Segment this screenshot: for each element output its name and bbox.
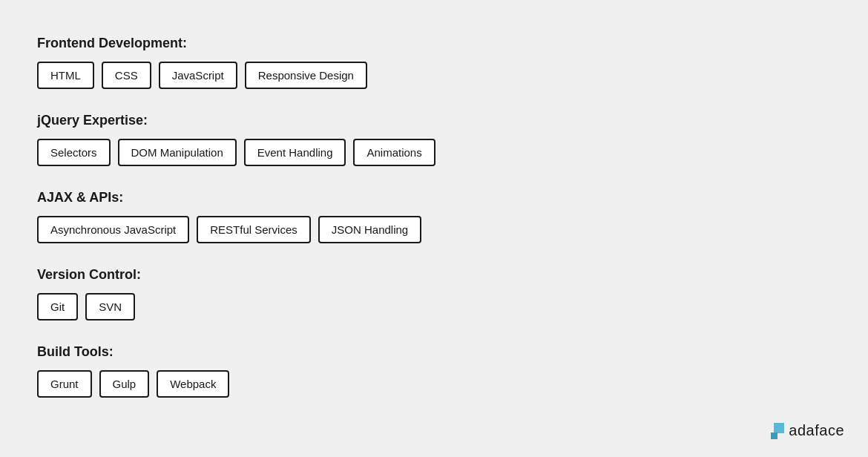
section-title-frontend-development: Frontend Development: xyxy=(37,36,831,51)
main-content: Frontend Development:HTMLCSSJavaScriptRe… xyxy=(0,0,868,457)
section-title-ajax-apis: AJAX & APIs: xyxy=(37,190,831,206)
adaface-logo-text: adaface xyxy=(789,422,844,439)
tag-build-tools-1: Gulp xyxy=(99,370,150,398)
adaface-logo-icon xyxy=(771,423,784,439)
section-title-build-tools: Build Tools: xyxy=(37,344,831,360)
tag-ajax-apis-1: RESTful Services xyxy=(197,216,311,243)
section-frontend-development: Frontend Development:HTMLCSSJavaScriptRe… xyxy=(37,36,831,89)
tag-ajax-apis-2: JSON Handling xyxy=(318,216,421,243)
tag-version-control-0: Git xyxy=(37,293,78,320)
tags-row-ajax-apis: Asynchronous JavaScriptRESTful ServicesJ… xyxy=(37,216,831,243)
tag-frontend-development-0: HTML xyxy=(37,62,94,89)
tag-build-tools-0: Grunt xyxy=(37,370,92,398)
logo-area: adaface xyxy=(771,422,844,439)
section-build-tools: Build Tools:GruntGulpWebpack xyxy=(37,344,831,398)
tags-row-frontend-development: HTMLCSSJavaScriptResponsive Design xyxy=(37,62,831,89)
tags-row-build-tools: GruntGulpWebpack xyxy=(37,370,831,398)
tags-row-version-control: GitSVN xyxy=(37,293,831,320)
tag-jquery-expertise-1: DOM Manipulation xyxy=(118,139,237,166)
tag-version-control-1: SVN xyxy=(85,293,135,320)
tag-jquery-expertise-3: Animations xyxy=(353,139,435,166)
tag-build-tools-2: Webpack xyxy=(157,370,229,398)
tag-ajax-apis-0: Asynchronous JavaScript xyxy=(37,216,189,243)
section-title-jquery-expertise: jQuery Expertise: xyxy=(37,113,831,128)
section-ajax-apis: AJAX & APIs:Asynchronous JavaScriptRESTf… xyxy=(37,190,831,243)
section-version-control: Version Control:GitSVN xyxy=(37,267,831,320)
tag-jquery-expertise-0: Selectors xyxy=(37,139,111,166)
tag-jquery-expertise-2: Event Handling xyxy=(244,139,346,166)
section-title-version-control: Version Control: xyxy=(37,267,831,283)
section-jquery-expertise: jQuery Expertise:SelectorsDOM Manipulati… xyxy=(37,113,831,166)
tag-frontend-development-1: CSS xyxy=(102,62,151,89)
tags-row-jquery-expertise: SelectorsDOM ManipulationEvent HandlingA… xyxy=(37,139,831,166)
tag-frontend-development-3: Responsive Design xyxy=(245,62,367,89)
tag-frontend-development-2: JavaScript xyxy=(159,62,237,89)
